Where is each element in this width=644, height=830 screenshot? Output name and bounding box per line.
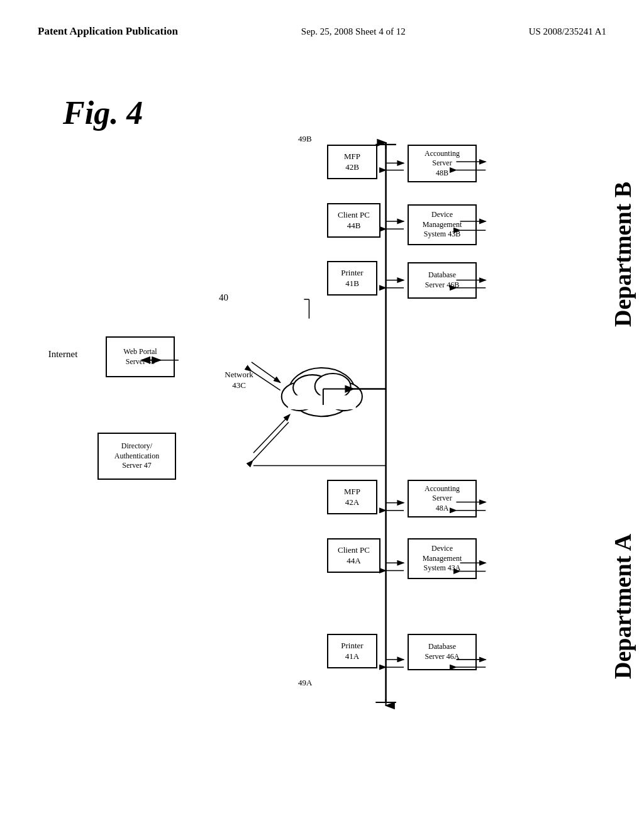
database-46b-box: DatabaseServer 46B: [408, 262, 477, 299]
department-b-label: Department B: [609, 126, 636, 327]
label-49a: 49A: [298, 678, 312, 688]
accounting-48b-box: AccountingServer48B: [408, 145, 477, 182]
department-a-label: Department A: [609, 459, 636, 679]
label-49b: 49B: [298, 134, 312, 144]
mfp-42b-box: MFP42B: [327, 145, 377, 179]
printer-41a-box: Printer41A: [327, 634, 377, 668]
publication-title: Patent Application Publication: [38, 25, 178, 38]
fig-label: Fig. 4: [63, 94, 143, 131]
svg-line-41: [253, 422, 289, 460]
header: Patent Application Publication Sep. 25, …: [0, 25, 644, 38]
accounting-48a-box: AccountingServer48A: [408, 480, 477, 517]
network-label: Network43C: [214, 370, 264, 391]
web-portal-45-box: Web PortalServer 45: [106, 336, 175, 377]
database-46a-box: DatabaseServer 46A: [408, 634, 477, 670]
patent-number: US 2008/235241 A1: [529, 26, 606, 37]
svg-point-10: [293, 375, 331, 401]
svg-point-8: [282, 382, 318, 411]
svg-point-7: [289, 368, 355, 416]
svg-point-9: [326, 382, 362, 411]
printer-41b-box: Printer41B: [327, 261, 377, 296]
diagram-area: Fig. 4 Department B Department A MFP42B …: [19, 75, 638, 811]
network-number: 40: [219, 292, 228, 303]
svg-point-11: [315, 374, 351, 399]
device-mgmt-43b-box: DeviceManagementSystem 43B: [408, 204, 477, 245]
client-pc-44a-box: Client PC44A: [327, 538, 380, 573]
page: Patent Application Publication Sep. 25, …: [0, 0, 644, 830]
svg-line-40: [253, 414, 290, 453]
internet-label: Internet: [41, 349, 85, 360]
device-mgmt-43a-box: DeviceManagementSystem 43A: [408, 538, 477, 579]
sheet-info: Sep. 25, 2008 Sheet 4 of 12: [301, 26, 406, 37]
directory-47-box: Directory/AuthenticationServer 47: [97, 433, 176, 480]
svg-rect-12: [288, 396, 356, 409]
client-pc-44b-box: Client PC44B: [327, 203, 380, 238]
mfp-42a-box: MFP42A: [327, 480, 377, 514]
